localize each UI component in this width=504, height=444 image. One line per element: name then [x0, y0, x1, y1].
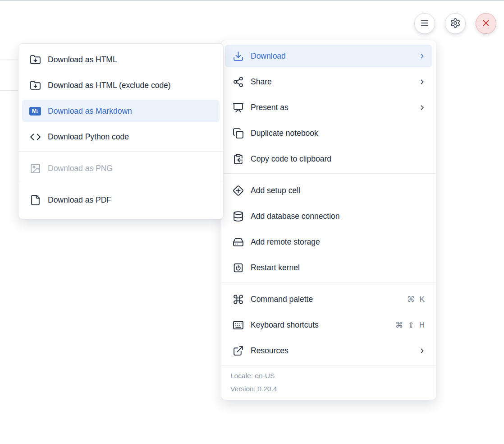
shortcut-hint: ⌘ K: [407, 295, 426, 304]
hamburger-icon: [419, 18, 430, 30]
database-icon: [232, 210, 244, 222]
gear-icon: [450, 18, 461, 30]
menu-item-add-database-connection[interactable]: Add database connection: [225, 205, 432, 227]
folder-down-icon: [29, 54, 41, 65]
menu-divider: [18, 183, 223, 183]
menu-item-label: Present as: [251, 103, 289, 112]
download-icon: [232, 50, 244, 62]
diamond-plus-icon: [232, 185, 244, 196]
shortcut-hint: ⌘ ⇧ H: [395, 320, 426, 330]
download-submenu-panel: Download as HTML Download as HTML (exclu…: [18, 43, 224, 219]
menu-item-copy-code-to-clipboard[interactable]: Copy code to clipboard: [225, 148, 432, 170]
menu-item-download-as-png: Download as PNG: [22, 157, 220, 180]
hard-drive-icon: [232, 236, 244, 248]
menu-item-label: Download: [251, 51, 286, 61]
command-icon: [232, 293, 244, 305]
menu-item-label: Download as HTML (exclude code): [48, 81, 171, 90]
menu-item-label: Add database connection: [251, 212, 340, 221]
menu-item-duplicate-notebook[interactable]: Duplicate notebook: [225, 122, 432, 144]
chevron-right-icon: [418, 104, 426, 111]
toolbar-edge-line: [0, 0, 504, 1]
chevron-right-icon: [418, 78, 426, 86]
menu-item-label: Download as PNG: [48, 164, 113, 173]
close-icon: [481, 18, 491, 30]
menu-item-resources[interactable]: Resources: [225, 339, 432, 362]
menu-item-label: Download as PDF: [48, 195, 111, 205]
menu-item-download-as-html[interactable]: Download as HTML: [22, 48, 220, 71]
code-icon: [29, 131, 41, 143]
share-icon: [232, 76, 244, 88]
menu-divider: [221, 282, 436, 282]
menu-item-label: Command palette: [251, 295, 313, 304]
menu-item-download[interactable]: Download: [225, 45, 432, 67]
locale-text: Locale: en-US: [230, 372, 427, 380]
notebook-actions-menu-panel: Download Share Present as Duplicate note…: [221, 40, 436, 400]
copy-icon: [232, 127, 244, 139]
menu-item-keyboard-shortcuts[interactable]: Keyboard shortcuts ⌘ ⇧ H: [225, 314, 432, 336]
menu-footer: Locale: en-US Version: 0.20.4: [221, 365, 436, 400]
settings-button[interactable]: [445, 13, 466, 34]
menu-item-label: Add remote storage: [251, 237, 320, 247]
menu-item-share[interactable]: Share: [225, 70, 432, 93]
clipboard-copy-icon: [232, 153, 244, 165]
chevron-right-icon: [418, 347, 426, 355]
power-icon: [232, 262, 244, 273]
image-icon: [29, 162, 41, 174]
menu-item-download-as-pdf[interactable]: Download as PDF: [22, 189, 220, 211]
menu-item-download-python-code[interactable]: Download Python code: [22, 125, 220, 148]
menu-item-label: Duplicate notebook: [251, 129, 318, 138]
version-text: Version: 0.20.4: [230, 385, 427, 393]
background-cell-border-bottom: [0, 90, 18, 91]
external-link-icon: [232, 345, 244, 356]
markdown-icon: M↓: [29, 105, 41, 117]
menu-item-label: Restart kernel: [251, 263, 300, 273]
menu-divider: [221, 173, 436, 174]
presentation-icon: [232, 102, 244, 113]
menu-item-label: Download as HTML: [48, 55, 117, 65]
folder-down-icon: [29, 79, 41, 91]
notebook-menu-button[interactable]: [414, 13, 435, 34]
menu-item-download-as-markdown[interactable]: M↓ Download as Markdown: [22, 100, 220, 122]
shutdown-button[interactable]: [476, 13, 496, 34]
menu-item-add-remote-storage[interactable]: Add remote storage: [225, 231, 432, 253]
menu-item-restart-kernel[interactable]: Restart kernel: [225, 256, 432, 279]
menu-item-command-palette[interactable]: Command palette ⌘ K: [225, 288, 432, 310]
keyboard-icon: [232, 319, 244, 331]
background-cell-border-top: [0, 60, 18, 60]
menu-item-label: Download Python code: [48, 132, 129, 142]
menu-divider: [18, 151, 223, 152]
menu-item-download-as-html-exclude-code[interactable]: Download as HTML (exclude code): [22, 74, 220, 97]
file-icon: [29, 194, 41, 206]
menu-item-label: Copy code to clipboard: [251, 154, 331, 164]
menu-item-label: Download as Markdown: [48, 106, 132, 116]
menu-item-label: Keyboard shortcuts: [251, 320, 319, 330]
menu-item-label: Add setup cell: [251, 186, 300, 195]
menu-item-label: Share: [251, 77, 272, 87]
chevron-right-icon: [418, 52, 426, 60]
window-controls: [414, 13, 496, 34]
menu-item-present-as[interactable]: Present as: [225, 96, 432, 119]
menu-item-label: Resources: [251, 346, 289, 356]
menu-item-add-setup-cell[interactable]: Add setup cell: [225, 179, 432, 202]
